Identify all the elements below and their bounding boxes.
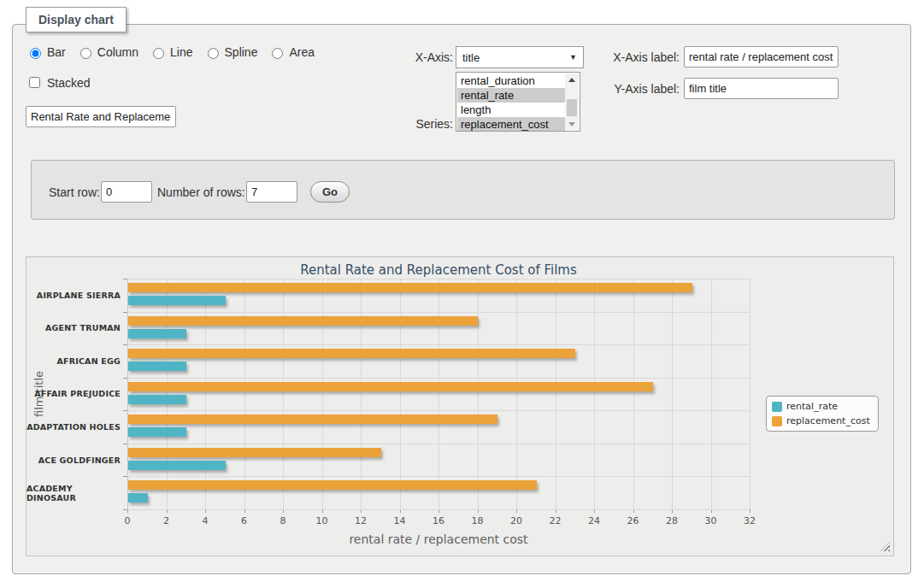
chart-type-radio-label: Bar bbox=[47, 45, 66, 59]
bar-rental_rate[interactable] bbox=[128, 296, 226, 305]
go-button[interactable]: Go bbox=[310, 181, 350, 203]
resize-handle-icon[interactable] bbox=[880, 542, 890, 551]
chart-container: Rental Rate and Replacement Cost of Film… bbox=[26, 256, 894, 556]
chart-x-axis-title: rental rate / replacement cost bbox=[127, 532, 750, 546]
chart-type-radio-column[interactable] bbox=[80, 48, 91, 59]
y-axis-tick bbox=[123, 476, 127, 477]
gridline bbox=[361, 279, 362, 509]
chart-title-input[interactable] bbox=[26, 106, 176, 127]
gridline bbox=[711, 279, 712, 509]
chart-type-spline[interactable]: Spline bbox=[203, 45, 258, 59]
gridline bbox=[594, 279, 595, 509]
x-tick-label: 28 bbox=[666, 515, 678, 526]
bar-rental_rate[interactable] bbox=[128, 493, 148, 503]
page: { "panel": { "legend_title": "Display ch… bbox=[0, 0, 924, 582]
bar-rental_rate[interactable] bbox=[128, 362, 186, 371]
legend-label: rental_rate bbox=[786, 401, 838, 412]
chart-type-radio-area[interactable] bbox=[272, 48, 283, 59]
bar-rental_rate[interactable] bbox=[128, 395, 186, 404]
gridline bbox=[556, 279, 556, 509]
gridline bbox=[127, 279, 750, 279]
chart-type-radio-spline[interactable] bbox=[208, 48, 219, 59]
category-label: AFFAIR PREJUDICE bbox=[26, 378, 121, 411]
scroll-down-icon[interactable] bbox=[565, 118, 579, 130]
stacked-checkbox[interactable] bbox=[29, 77, 40, 88]
chart-type-radio-label: Column bbox=[97, 45, 138, 59]
chart-type-bar[interactable]: Bar bbox=[26, 45, 66, 59]
gridline bbox=[127, 476, 750, 477]
bar-replacement_cost[interactable] bbox=[128, 283, 692, 292]
x-tick-label: 18 bbox=[472, 515, 484, 526]
x-axis-tick bbox=[750, 509, 750, 513]
bar-replacement_cost[interactable] bbox=[128, 382, 653, 391]
chart-type-radio-label: Spline bbox=[225, 45, 258, 59]
x-tick-label: 12 bbox=[355, 515, 367, 526]
gridline bbox=[400, 279, 401, 509]
y-axis-label-label: Y-Axis label: bbox=[603, 82, 680, 96]
bar-rental_rate[interactable] bbox=[128, 329, 186, 338]
series-list-scrollbar[interactable] bbox=[565, 73, 579, 130]
bar-replacement_cost[interactable] bbox=[128, 414, 497, 424]
y-axis-tick bbox=[123, 344, 127, 345]
bar-replacement_cost[interactable] bbox=[128, 316, 478, 326]
scrollbar-thumb[interactable] bbox=[567, 99, 577, 116]
series-list[interactable]: rental_durationrental_ratelengthreplacem… bbox=[456, 72, 580, 132]
gridline bbox=[633, 279, 634, 509]
bar-replacement_cost[interactable] bbox=[128, 349, 575, 358]
y-axis-tick bbox=[123, 509, 127, 510]
y-axis-tick bbox=[123, 378, 127, 379]
chart-type-radio-bar[interactable] bbox=[30, 48, 41, 59]
x-axis-label-label: X-Axis label: bbox=[603, 50, 680, 64]
x-tick-label: 6 bbox=[241, 515, 247, 526]
gridline bbox=[127, 378, 750, 379]
scroll-up-icon[interactable] bbox=[565, 73, 579, 85]
num-rows-label: Number of rows: bbox=[157, 185, 245, 199]
x-tick-label: 16 bbox=[433, 515, 444, 526]
x-tick-label: 4 bbox=[203, 515, 209, 526]
gridline bbox=[322, 279, 323, 509]
y-axis-tick bbox=[123, 410, 127, 411]
x-tick-label: 2 bbox=[163, 515, 169, 526]
legend-swatch-icon bbox=[772, 402, 782, 412]
stacked-label: Stacked bbox=[47, 76, 91, 90]
x-tick-label: 22 bbox=[550, 515, 562, 526]
chart-type-area[interactable]: Area bbox=[268, 45, 315, 59]
gridline bbox=[244, 279, 245, 509]
series-option-rental_rate[interactable]: rental_rate bbox=[457, 88, 565, 103]
chart-type-radio-line[interactable] bbox=[153, 48, 164, 59]
gridline bbox=[127, 410, 750, 411]
start-row-input[interactable] bbox=[101, 181, 152, 203]
chart-type-column[interactable]: Column bbox=[76, 45, 138, 59]
chart-type-line[interactable]: Line bbox=[149, 45, 192, 59]
x-axis-label-input[interactable] bbox=[684, 46, 839, 68]
chart-type-radio-label: Area bbox=[289, 45, 315, 59]
legend-item-replacement_cost[interactable]: replacement_cost bbox=[772, 415, 870, 426]
x-tick-label: 26 bbox=[627, 515, 639, 526]
row-controls-panel: Start row: Number of rows: Go bbox=[31, 160, 895, 220]
category-label: AFRICAN EGG bbox=[26, 344, 121, 378]
category-label: ACE GOLDFINGER bbox=[26, 444, 121, 477]
bar-replacement_cost[interactable] bbox=[128, 480, 537, 490]
y-axis-tick bbox=[123, 279, 127, 279]
gridline bbox=[127, 509, 750, 510]
bar-rental_rate[interactable] bbox=[128, 427, 186, 437]
series-option-length[interactable]: length bbox=[457, 103, 565, 117]
gridline bbox=[205, 279, 206, 509]
bar-replacement_cost[interactable] bbox=[128, 448, 381, 457]
bar-rental_rate[interactable] bbox=[128, 461, 226, 470]
x-axis-select-label: X-Axis: bbox=[389, 50, 453, 64]
gridline bbox=[127, 344, 750, 345]
gridline bbox=[672, 279, 673, 509]
chart-type-group: BarColumnLineSplineArea bbox=[26, 45, 315, 59]
legend-item-rental_rate[interactable]: rental_rate bbox=[772, 401, 870, 412]
category-label: ACADEMY DINOSAUR bbox=[26, 476, 121, 509]
x-tick-label: 32 bbox=[744, 515, 756, 526]
x-tick-label: 10 bbox=[316, 515, 328, 526]
series-option-rental_duration[interactable]: rental_duration bbox=[457, 73, 565, 88]
series-option-replacement_cost[interactable]: replacement_cost bbox=[457, 117, 565, 132]
x-axis-select[interactable]: title ▼ bbox=[456, 46, 584, 68]
y-axis-label-input[interactable] bbox=[684, 78, 839, 99]
num-rows-input[interactable] bbox=[246, 181, 297, 203]
gridline bbox=[283, 279, 284, 509]
legend-label: replacement_cost bbox=[786, 415, 870, 426]
